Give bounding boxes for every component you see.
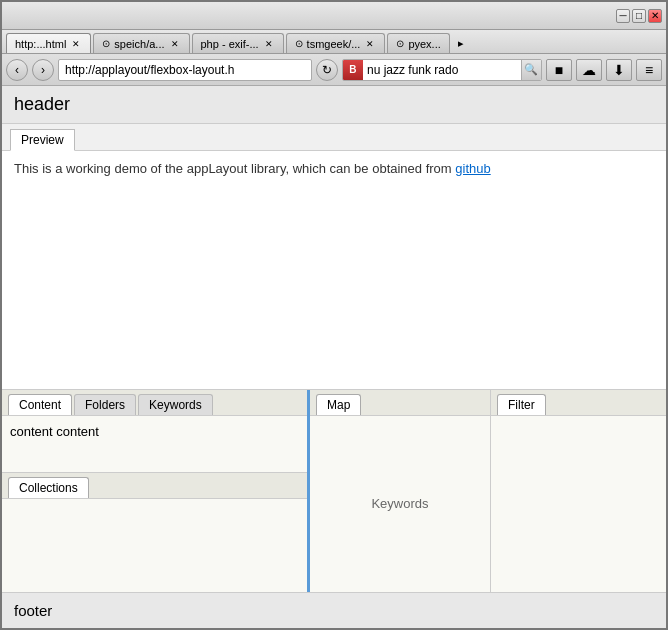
toolbar-icon-1: ■ — [555, 62, 563, 78]
toolbar-icon-4: ≡ — [645, 62, 653, 78]
left-panel-tab-keywords[interactable]: Keywords — [138, 394, 213, 415]
search-input[interactable] — [363, 60, 521, 80]
forward-button[interactable]: › — [32, 59, 54, 81]
maximize-button[interactable]: □ — [632, 9, 646, 23]
page-header: header — [2, 86, 666, 124]
refresh-button[interactable]: ↻ — [316, 59, 338, 81]
tab-label-0: http:...html — [15, 38, 66, 50]
close-button[interactable]: ✕ — [648, 9, 662, 23]
left-bottom-tab-bar: Collections — [2, 473, 307, 499]
tab-icon-4: ⊙ — [396, 38, 404, 49]
filter-tab-label: Filter — [508, 398, 535, 412]
collections-tab-label: Collections — [19, 481, 78, 495]
tab-label-2: php - exif-... — [201, 38, 259, 50]
preview-tab-bar: Preview — [2, 124, 666, 151]
middle-panel-tab-bar: Map — [310, 390, 490, 416]
filter-tab[interactable]: Filter — [497, 394, 546, 415]
address-input[interactable] — [58, 59, 312, 81]
left-panel-content: content content — [2, 416, 307, 473]
title-bar: ─ □ ✕ — [2, 2, 666, 30]
toolbar-btn-2[interactable]: ☁ — [576, 59, 602, 81]
preview-tab[interactable]: Preview — [10, 129, 75, 151]
left-tab-keywords-label: Keywords — [149, 398, 202, 412]
left-panel-tab-content[interactable]: Content — [8, 394, 72, 415]
github-link[interactable]: github — [455, 161, 490, 176]
toolbar-btn-1[interactable]: ■ — [546, 59, 572, 81]
right-panel-tab-bar: Filter — [491, 390, 666, 416]
tab-label-1: speich/a... — [114, 38, 164, 50]
content-text: content content — [10, 424, 99, 439]
main-panels: Content Folders Keywords content content — [2, 389, 666, 593]
browser-tab-1[interactable]: ⊙ speich/a... ✕ — [93, 33, 189, 53]
map-tab[interactable]: Map — [316, 394, 361, 415]
more-tabs-button[interactable]: ▸ — [452, 33, 470, 53]
empty-area — [2, 186, 666, 389]
tab-icon-3: ⊙ — [295, 38, 303, 49]
right-panel-content — [491, 416, 666, 593]
collections-tab[interactable]: Collections — [8, 477, 89, 498]
toolbar-icon-2: ☁ — [582, 62, 596, 78]
more-tabs-icon: ▸ — [458, 37, 464, 50]
toolbar-btn-3[interactable]: ⬇ — [606, 59, 632, 81]
page-footer: footer — [2, 592, 666, 628]
browser-tab-4[interactable]: ⊙ pyex... — [387, 33, 449, 53]
keywords-area: Keywords — [310, 416, 490, 593]
tab-close-3[interactable]: ✕ — [364, 38, 376, 50]
browser-window: ─ □ ✕ http:...html ✕ ⊙ speich/a... ✕ php… — [0, 0, 668, 630]
right-panel: Filter — [491, 390, 666, 593]
panels-row-top: Content Folders Keywords content content — [2, 390, 666, 593]
footer-text: footer — [14, 602, 52, 619]
search-logo: B — [343, 59, 363, 81]
preview-tab-label: Preview — [21, 133, 64, 147]
left-bottom-panel: Collections — [2, 472, 307, 592]
browser-content: header Preview This is a working demo of… — [2, 86, 666, 628]
browser-tab-2[interactable]: php - exif-... ✕ — [192, 33, 284, 53]
address-bar: ‹ › ↻ B 🔍 ■ ☁ ⬇ ≡ — [2, 54, 666, 86]
info-text: This is a working demo of the appLayout … — [14, 161, 455, 176]
page-info: This is a working demo of the appLayout … — [2, 151, 666, 186]
browser-tab-3[interactable]: ⊙ tsmgeek/... ✕ — [286, 33, 386, 53]
left-panel-tab-bar: Content Folders Keywords — [2, 390, 307, 416]
toolbar-btn-4[interactable]: ≡ — [636, 59, 662, 81]
left-panel-tab-folders[interactable]: Folders — [74, 394, 136, 415]
tab-label-4: pyex... — [408, 38, 440, 50]
left-panel: Content Folders Keywords content content — [2, 390, 310, 593]
tab-bar: http:...html ✕ ⊙ speich/a... ✕ php - exi… — [2, 30, 666, 54]
back-button[interactable]: ‹ — [6, 59, 28, 81]
middle-panel: Map Keywords — [310, 390, 491, 593]
browser-tab-0[interactable]: http:...html ✕ — [6, 33, 91, 53]
minimize-button[interactable]: ─ — [616, 9, 630, 23]
map-tab-label: Map — [327, 398, 350, 412]
tab-label-3: tsmgeek/... — [307, 38, 361, 50]
header-text: header — [14, 94, 70, 114]
toolbar-icon-3: ⬇ — [613, 62, 625, 78]
left-tab-folders-label: Folders — [85, 398, 125, 412]
tab-close-1[interactable]: ✕ — [169, 38, 181, 50]
tab-close-2[interactable]: ✕ — [263, 38, 275, 50]
left-tab-content-label: Content — [19, 398, 61, 412]
search-icon: 🔍 — [524, 63, 538, 76]
keywords-label: Keywords — [371, 496, 428, 511]
search-button[interactable]: 🔍 — [521, 59, 541, 81]
tab-close-0[interactable]: ✕ — [70, 38, 82, 50]
tab-icon-1: ⊙ — [102, 38, 110, 49]
